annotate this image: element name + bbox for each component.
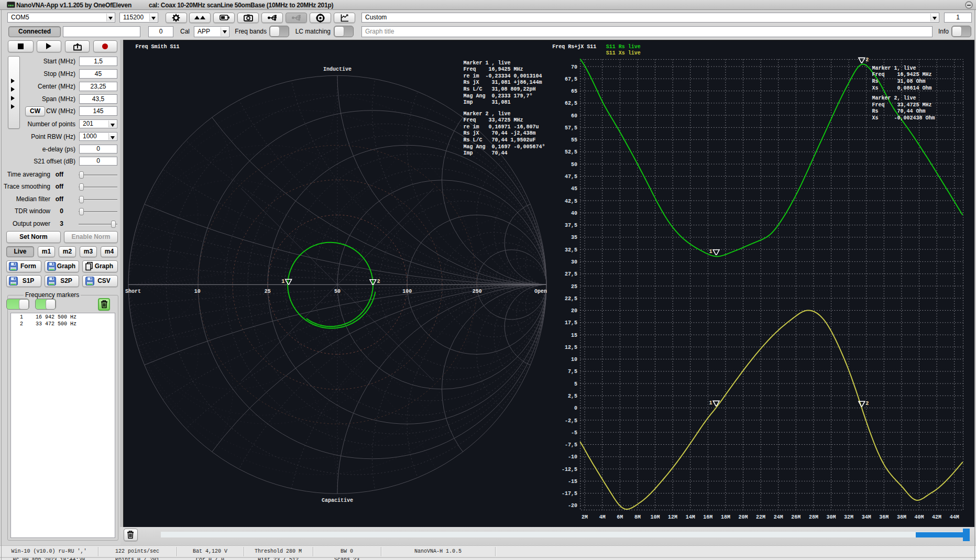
svg-text:Freq Rs+jX S11: Freq Rs+jX S11 — [552, 44, 596, 50]
svg-text:52,5: 52,5 — [565, 149, 577, 155]
svg-text:Xs -0,002438 Ohm: Xs -0,002438 Ohm — [872, 115, 935, 121]
svg-text:Open: Open — [534, 289, 547, 294]
svg-text:70: 70 — [571, 64, 577, 70]
svg-text:17,5: 17,5 — [565, 320, 577, 326]
svg-text:40M: 40M — [914, 514, 924, 520]
svg-text:Mag Ang 0,2333 179,7°: Mag Ang 0,2333 179,7° — [464, 93, 533, 99]
svg-text:12,5: 12,5 — [565, 345, 577, 350]
svg-text:65: 65 — [571, 89, 577, 94]
svg-text:Freq 33,4725 MHz: Freq 33,4725 MHz — [464, 117, 523, 123]
svg-text:10M: 10M — [650, 514, 660, 520]
svg-text:34M: 34M — [862, 514, 871, 520]
svg-text:10: 10 — [194, 289, 201, 294]
svg-text:45: 45 — [571, 186, 577, 192]
svg-text:Xs 0,08614 Ohm: Xs 0,08614 Ohm — [872, 85, 932, 91]
svg-text:4M: 4M — [599, 514, 606, 520]
svg-text:Freq Smith S11: Freq Smith S11 — [136, 44, 180, 50]
svg-text:36M: 36M — [879, 514, 889, 520]
svg-text:50: 50 — [571, 162, 577, 168]
svg-text:37,5: 37,5 — [565, 223, 577, 228]
svg-text:1: 1 — [709, 400, 712, 406]
svg-text:24M: 24M — [774, 514, 783, 520]
svg-text:42M: 42M — [932, 514, 941, 520]
svg-text:Rs jX 70,44 -j2,438m: Rs jX 70,44 -j2,438m — [464, 130, 536, 136]
svg-text:Mag Ang 0,1697 -0,005674°: Mag Ang 0,1697 -0,005674° — [464, 144, 545, 150]
svg-text:1: 1 — [281, 279, 284, 284]
svg-text:18M: 18M — [721, 514, 730, 520]
svg-text:Imp 70,44: Imp 70,44 — [464, 150, 508, 156]
svg-text:42,5: 42,5 — [565, 199, 577, 204]
svg-text:-7,5: -7,5 — [565, 442, 577, 448]
svg-text:Freq 16,9425 MHz: Freq 16,9425 MHz — [872, 72, 932, 78]
svg-text:28M: 28M — [809, 514, 818, 520]
svg-text:57,5: 57,5 — [565, 125, 577, 131]
svg-text:Freq 33,4725 MHz: Freq 33,4725 MHz — [872, 102, 932, 108]
svg-text:16M: 16M — [703, 514, 712, 520]
svg-text:25: 25 — [571, 284, 577, 290]
svg-text:-20: -20 — [568, 503, 577, 509]
svg-text:-15: -15 — [568, 479, 577, 485]
svg-text:26M: 26M — [791, 514, 800, 520]
svg-text:2M: 2M — [582, 514, 588, 520]
svg-text:60: 60 — [571, 113, 577, 119]
svg-text:27,5: 27,5 — [565, 271, 577, 277]
svg-text:0: 0 — [574, 405, 577, 411]
svg-text:1: 1 — [709, 249, 712, 255]
svg-text:12M: 12M — [668, 514, 677, 520]
svg-text:67,5: 67,5 — [565, 76, 577, 82]
svg-text:Rs jX 31,081 +j86,144m: Rs jX 31,081 +j86,144m — [464, 80, 542, 85]
svg-text:5: 5 — [574, 381, 577, 387]
svg-text:-12,5: -12,5 — [562, 467, 577, 473]
svg-text:Rs L/C 31,08 809,22pH: Rs L/C 31,08 809,22pH — [464, 86, 536, 92]
svg-text:62,5: 62,5 — [565, 101, 577, 106]
svg-text:30M: 30M — [826, 514, 836, 520]
svg-text:20M: 20M — [738, 514, 748, 520]
svg-text:Rs L/C 70,44 1,9502uF: Rs L/C 70,44 1,9502uF — [464, 137, 536, 143]
svg-text:15: 15 — [571, 333, 577, 338]
svg-text:-10: -10 — [568, 454, 577, 460]
svg-text:Short: Short — [125, 289, 141, 294]
svg-text:55: 55 — [571, 137, 577, 143]
svg-text:re im -0,23334 0,0013104: re im -0,23334 0,0013104 — [464, 73, 542, 79]
svg-text:Capacitive: Capacitive — [322, 498, 353, 503]
svg-text:re im 0,16971 -16,807u: re im 0,16971 -16,807u — [464, 124, 539, 130]
svg-text:50: 50 — [334, 289, 341, 294]
svg-text:6M: 6M — [617, 514, 623, 520]
svg-text:20: 20 — [571, 308, 577, 314]
svg-text:7,5: 7,5 — [568, 369, 577, 375]
svg-text:Freq 16,9425 MHz: Freq 16,9425 MHz — [464, 67, 523, 72]
svg-text:38M: 38M — [897, 514, 906, 520]
svg-text:47,5: 47,5 — [565, 174, 577, 180]
svg-text:100: 100 — [402, 289, 412, 294]
svg-text:22M: 22M — [756, 514, 765, 520]
svg-text:10: 10 — [571, 357, 577, 363]
svg-text:Marker 1 , live: Marker 1 , live — [464, 60, 511, 66]
svg-text:Rs 31,08 Ohm: Rs 31,08 Ohm — [872, 79, 926, 84]
svg-text:Rs 70,44 Ohm: Rs 70,44 Ohm — [872, 108, 926, 114]
svg-text:-17,5: -17,5 — [562, 491, 577, 497]
svg-text:250: 250 — [473, 289, 482, 294]
svg-text:32M: 32M — [844, 514, 853, 520]
svg-text:40: 40 — [571, 211, 577, 216]
svg-text:Imp 31,081: Imp 31,081 — [464, 100, 511, 105]
svg-text:-5: -5 — [571, 430, 577, 436]
svg-text:Marker 1, live: Marker 1, live — [872, 65, 916, 71]
svg-text:2: 2 — [377, 279, 380, 284]
svg-text:2: 2 — [865, 57, 869, 63]
svg-text:14M: 14M — [686, 514, 695, 520]
svg-text:25: 25 — [265, 289, 271, 294]
svg-text:S11 Xs live: S11 Xs live — [606, 50, 641, 56]
svg-text:30: 30 — [571, 259, 577, 265]
svg-text:-2,5: -2,5 — [565, 418, 577, 424]
svg-text:Marker 2 , live: Marker 2 , live — [464, 111, 511, 117]
svg-text:S11 Rs live: S11 Rs live — [606, 44, 641, 50]
svg-text:8M: 8M — [634, 514, 641, 520]
svg-text:2: 2 — [865, 401, 869, 407]
svg-text:35: 35 — [571, 235, 577, 240]
svg-text:2,5: 2,5 — [568, 393, 577, 399]
svg-text:22,5: 22,5 — [565, 296, 577, 302]
svg-text:32,5: 32,5 — [565, 247, 577, 253]
svg-text:44M: 44M — [950, 514, 959, 520]
svg-text:Inductive: Inductive — [323, 67, 352, 72]
svg-text:Marker 2, live: Marker 2, live — [872, 95, 916, 101]
